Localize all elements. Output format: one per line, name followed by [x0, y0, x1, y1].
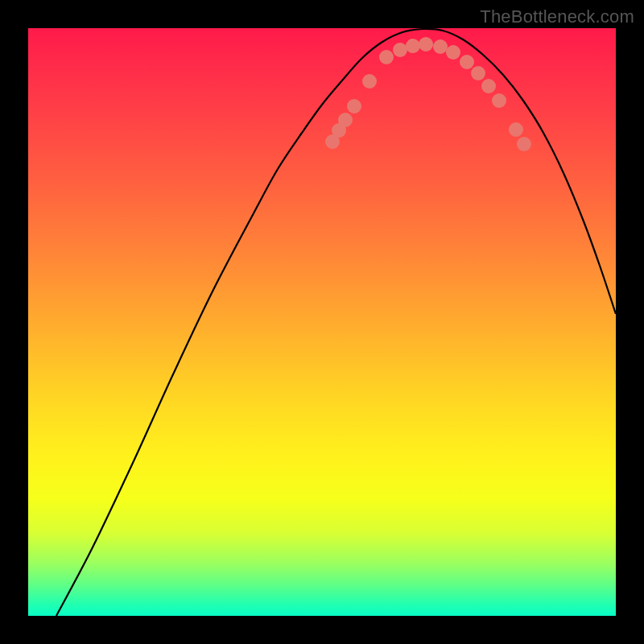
curve-marker: [419, 37, 433, 52]
bottleneck-curve-svg: [28, 28, 616, 616]
bottleneck-curve: [56, 29, 616, 616]
curve-marker: [481, 79, 496, 93]
curve-marker: [406, 39, 420, 53]
curve-markers: [325, 37, 531, 151]
plot-area: [28, 28, 616, 616]
curve-marker: [338, 113, 353, 127]
curve-marker: [446, 45, 460, 60]
curve-marker: [362, 74, 377, 89]
curve-marker: [471, 66, 485, 80]
curve-marker: [509, 122, 523, 137]
curve-marker: [393, 43, 407, 57]
curve-marker: [379, 50, 394, 64]
watermark-text: TheBottleneck.com: [480, 6, 634, 27]
chart-frame: TheBottleneck.com: [0, 0, 644, 644]
curve-marker: [347, 99, 361, 114]
curve-marker: [460, 55, 474, 69]
curve-marker: [433, 39, 448, 54]
curve-marker: [492, 93, 506, 108]
curve-marker: [517, 137, 531, 151]
